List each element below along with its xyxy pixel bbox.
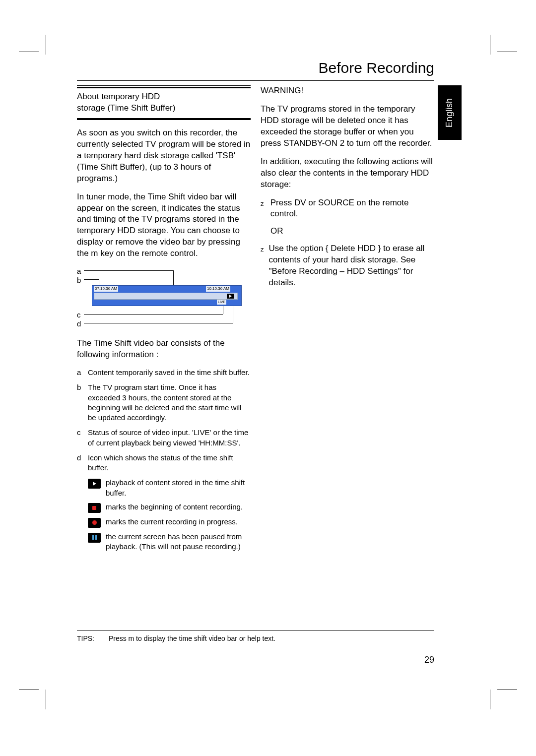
diagram-play-icon [227,294,234,299]
tips-label: TIPS: [77,634,107,642]
diagram-label-d: d [77,319,81,329]
tips-text: Press m to display the time shift video … [109,634,275,642]
bullet-text: Use the option { Delete HDD } to erase a… [269,243,435,289]
icon-sublist-item: marks the beginning of content recording… [77,502,251,513]
icon-sublist-item: playback of content stored in the time s… [77,478,251,498]
section-heading-line2: storage (Time Shift Buffer) [77,103,251,114]
crop-mark [490,690,490,709]
info-list: a Content temporarily saved in the time … [77,368,251,552]
icon-sublist-text: marks the beginning of content recording… [106,502,243,512]
crop-mark [497,52,517,52]
icon-sublist-text: marks the current recording in progress. [106,517,238,527]
paragraph: The TV programs stored in the temporary … [261,104,434,149]
language-tab-text: English [445,98,455,127]
record-now-icon [88,518,101,528]
info-list-text: Content temporarily saved in the time sh… [88,368,250,378]
icon-sublist-item: marks the current recording in progress. [77,517,251,528]
timeshift-diagram: a b c d 07:15:36 AM 10:15:36 AM [77,266,251,331]
info-list-label: a [77,368,84,378]
crop-mark [497,690,517,690]
info-list-text: Icon which shows the status of the time … [88,453,251,473]
or-separator: OR [270,226,434,237]
left-column: About temporary HDD storage (Time Shift … [77,85,251,556]
diagram-live-label: LIVE [217,300,226,304]
info-list-label: b [77,382,84,423]
diagram-label-b: b [77,275,81,285]
diagram-line [84,279,99,280]
info-list-label: d [77,453,84,473]
bullet-list: z Use the option { Delete HDD } to erase… [261,243,434,289]
bullet-glyph: z [261,245,264,289]
bullet-glyph: z [261,199,266,220]
page: Before Recording English About temporary… [0,0,536,756]
diagram-line [84,314,223,315]
language-tab: English [438,85,462,140]
record-start-icon [88,503,101,513]
diagram-track [94,293,238,300]
section-heading: About temporary HDD storage (Time Shift … [77,87,251,120]
chapter-title: Before Recording [319,60,434,76]
paragraph: As soon as you switch on this recorder, … [77,127,251,185]
info-list-item: b The TV program start time. Once it has… [77,382,251,423]
info-list-text: The TV program start time. Once it has e… [88,382,251,423]
diagram-line [84,270,173,271]
info-list-item: d Icon which shows the status of the tim… [77,453,251,473]
diagram-start-time: 07:15:36 AM [94,286,118,292]
icon-sublist-text: playback of content stored in the time s… [106,478,251,498]
crop-mark [19,52,39,52]
content-columns: About temporary HDD storage (Time Shift … [77,85,434,556]
diagram-end-time: 10:15:36 AM [206,286,230,292]
icon-sublist: playback of content stored in the time s… [77,478,251,552]
bullet-text: Press DV or SOURCE on the remote control… [270,197,434,220]
crop-mark [19,690,39,690]
crop-mark [46,690,46,709]
diagram-line [223,305,223,314]
icon-sublist-item: the current screen has been paused from … [77,532,251,552]
paragraph: In addition, executing the following act… [261,156,434,190]
diagram-line [84,323,233,323]
crop-mark [490,35,490,55]
bullet-list-item: z Use the option { Delete HDD } to erase… [261,243,434,289]
paragraph: In tuner mode, the Time Shift video bar … [77,191,251,260]
right-column: WARNING! The TV programs stored in the t… [261,85,434,556]
tips-footer: TIPS: Press m to display the time shift … [77,630,434,642]
pause-icon [88,533,101,543]
info-list-item: a Content temporarily saved in the time … [77,368,251,378]
chapter-underline [77,80,434,81]
icon-sublist-text: the current screen has been paused from … [106,532,251,552]
page-number: 29 [424,655,434,665]
play-icon [88,479,101,489]
section-heading-line1: About temporary HDD [77,91,251,103]
section-heading-rule-bottom [77,120,251,121]
info-list-text: Status of source of video input. 'LIVE' … [88,428,251,448]
section-heading-rule-top: About temporary HDD storage (Time Shift … [77,85,251,120]
bullet-list: z Press DV or SOURCE on the remote contr… [261,197,434,220]
info-list-label: c [77,428,84,448]
paragraph: The Time Shift video bar consists of the… [77,338,251,361]
bullet-list-item: z Press DV or SOURCE on the remote contr… [261,197,434,220]
warning-heading: WARNING! [261,85,434,97]
crop-mark [46,35,46,55]
info-list-item: c Status of source of video input. 'LIVE… [77,428,251,448]
